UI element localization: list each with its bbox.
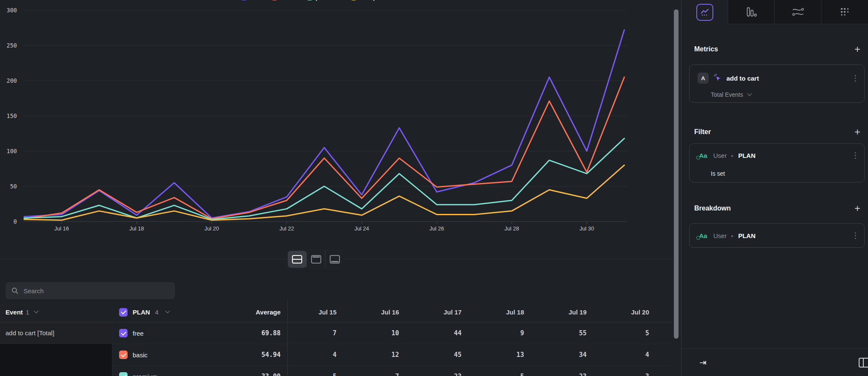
table-row: premium33.0057235233 bbox=[112, 366, 672, 376]
cell-value: 5 bbox=[287, 373, 342, 376]
metric-menu-button[interactable]: ⋮ bbox=[851, 74, 859, 82]
svg-text:100: 100 bbox=[7, 148, 17, 154]
cell-value: 12 bbox=[342, 351, 404, 359]
svg-text:Jul 22: Jul 22 bbox=[279, 225, 294, 232]
date-column-header[interactable]: Jul 19 bbox=[529, 309, 592, 316]
layout-table-only-button[interactable] bbox=[325, 251, 344, 268]
average-column-header[interactable]: Average bbox=[220, 309, 287, 316]
filter-card[interactable]: Aa User ▸ PLAN ⋮ Is set bbox=[689, 143, 865, 182]
svg-text:150: 150 bbox=[7, 112, 17, 119]
table-body: free69.88710449555basic54.944124513344pr… bbox=[112, 323, 672, 376]
tab-line-chart[interactable] bbox=[682, 0, 728, 25]
series-checkbox[interactable] bbox=[119, 329, 128, 337]
metric-event-name: add to cart bbox=[726, 75, 847, 82]
cell-value: 23 bbox=[404, 373, 467, 376]
plan-column-header[interactable]: PLAN 4 bbox=[112, 308, 220, 317]
layout-split-icon bbox=[292, 255, 302, 264]
vertical-scrollbar[interactable] bbox=[674, 9, 679, 339]
cell-value: 4 bbox=[287, 351, 342, 359]
svg-text:Jul 24: Jul 24 bbox=[354, 225, 369, 232]
event-total-cell[interactable]: add to cart [Total] bbox=[0, 323, 112, 344]
date-column-header[interactable]: Jul 15 bbox=[287, 309, 342, 316]
breakdown-scope: User bbox=[713, 232, 727, 239]
cell-value: 7 bbox=[287, 329, 342, 337]
svg-text:Jul 18: Jul 18 bbox=[129, 225, 144, 232]
svg-text:Jul 30: Jul 30 bbox=[579, 225, 594, 232]
layout-split-button[interactable] bbox=[288, 251, 306, 268]
layout-toggle bbox=[287, 250, 345, 269]
cell-value: 45 bbox=[404, 351, 467, 359]
svg-text:300: 300 bbox=[7, 7, 17, 14]
series-checkbox[interactable] bbox=[119, 351, 128, 359]
breakdown-menu-button[interactable]: ⋮ bbox=[851, 232, 859, 239]
search-input[interactable] bbox=[23, 287, 169, 295]
svg-text:Jul 26: Jul 26 bbox=[429, 225, 444, 232]
text-property-icon: Aa bbox=[698, 232, 709, 239]
tab-flows[interactable] bbox=[775, 0, 821, 24]
plan-count: 4 bbox=[155, 309, 159, 316]
plan-select-all-checkbox[interactable] bbox=[119, 308, 128, 317]
tab-bar-chart[interactable] bbox=[728, 0, 775, 24]
event-column-header[interactable]: Event 1 bbox=[0, 309, 112, 316]
cell-value: 3 bbox=[592, 373, 654, 376]
svg-text:Jul 28: Jul 28 bbox=[504, 225, 519, 232]
svg-text:50: 50 bbox=[10, 183, 17, 190]
add-breakdown-button[interactable]: + bbox=[854, 203, 860, 213]
sidebar-footer: ⇥ bbox=[682, 348, 868, 376]
aggregation-label: Total Events bbox=[711, 91, 743, 98]
cell-value: 9 bbox=[467, 329, 529, 337]
layout-chart-only-button[interactable] bbox=[306, 251, 325, 268]
series-checkbox[interactable] bbox=[119, 372, 128, 376]
breakdown-card[interactable]: Aa User ▸ PLAN ⋮ bbox=[689, 223, 865, 248]
event-column: add to cart [Total] bbox=[0, 323, 112, 376]
line-chart-icon bbox=[696, 4, 713, 21]
search-box[interactable] bbox=[6, 282, 175, 299]
series-name: premium bbox=[133, 373, 157, 376]
average-value: 69.88 bbox=[220, 329, 287, 337]
series-name: free bbox=[133, 330, 144, 337]
aggregation-dropdown[interactable]: Total Events bbox=[711, 91, 751, 98]
average-value: 54.94 bbox=[220, 351, 287, 359]
filter-menu-button[interactable]: ⋮ bbox=[851, 152, 859, 159]
cell-value: 13 bbox=[467, 351, 529, 359]
breakdown-title: Breakdown bbox=[694, 205, 731, 212]
average-value: 33.00 bbox=[220, 373, 287, 376]
breakdown-property: PLAN bbox=[738, 232, 847, 239]
add-filter-button[interactable]: + bbox=[854, 127, 860, 137]
arrow-right-icon: ▸ bbox=[732, 233, 734, 238]
table-header: Event 1 PLAN 4 Average Jul 15Jul 16Jul 1… bbox=[0, 302, 672, 323]
chart-panel: freebasicpremiumenterprise 0501001502002… bbox=[0, 0, 672, 376]
collapse-panel-button[interactable]: ⇥ bbox=[699, 357, 707, 368]
cell-value: 34 bbox=[529, 351, 592, 359]
table-row: free69.88710449555 bbox=[112, 323, 672, 344]
date-column-header[interactable]: Jul 20 bbox=[592, 309, 654, 316]
arrow-right-icon: ▸ bbox=[732, 153, 734, 158]
svg-text:250: 250 bbox=[7, 42, 17, 49]
date-column-header[interactable]: Jul 18 bbox=[467, 309, 529, 316]
filter-operator[interactable]: Is set bbox=[711, 170, 725, 177]
svg-text:Jul 16: Jul 16 bbox=[54, 225, 69, 232]
search-icon bbox=[11, 287, 19, 295]
svg-text:0: 0 bbox=[14, 218, 17, 225]
chevron-down-icon bbox=[34, 309, 39, 313]
series-name: basic bbox=[133, 351, 147, 359]
event-count: 1 bbox=[26, 309, 29, 316]
metric-letter-badge: A bbox=[698, 73, 709, 84]
add-metric-button[interactable]: + bbox=[854, 44, 860, 54]
plan-header-label: PLAN bbox=[133, 309, 150, 316]
breakdown-section-header: Breakdown + bbox=[682, 203, 868, 213]
bar-chart-icon bbox=[746, 6, 757, 17]
filter-property: PLAN bbox=[738, 152, 847, 159]
metric-card[interactable]: A add to cart ⋮ Total Events bbox=[689, 65, 865, 103]
tab-apps[interactable] bbox=[821, 0, 868, 24]
metrics-section-header: Metrics + bbox=[682, 44, 868, 54]
layout-chart-only-icon bbox=[311, 255, 321, 264]
cell-value: 55 bbox=[529, 329, 592, 337]
columns-layout-icon[interactable] bbox=[859, 358, 868, 368]
text-property-icon: Aa bbox=[698, 152, 709, 159]
cell-value: 23 bbox=[529, 373, 592, 376]
table-row: basic54.944124513344 bbox=[112, 344, 672, 366]
cell-value: 7 bbox=[342, 373, 404, 376]
date-column-header[interactable]: Jul 16 bbox=[342, 309, 404, 316]
date-column-header[interactable]: Jul 17 bbox=[404, 309, 467, 316]
